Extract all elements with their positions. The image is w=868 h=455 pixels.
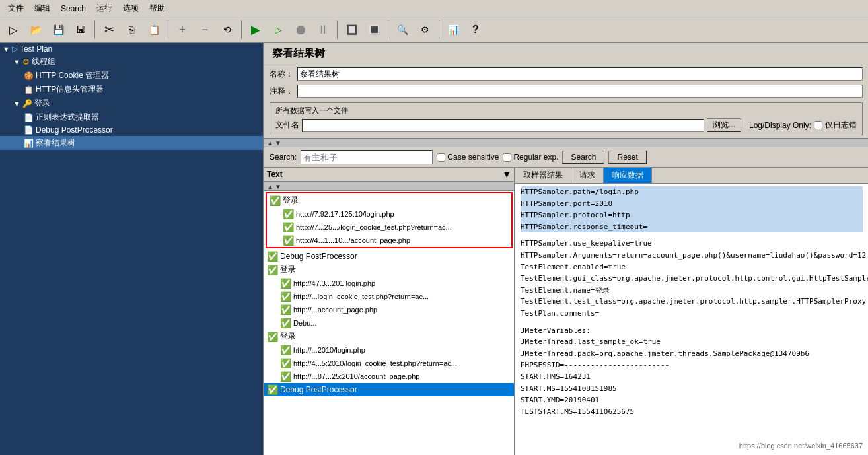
tab-response-data[interactable]: 响应数据 <box>604 168 652 183</box>
result-tree-panel: Text ▼ ▲ ▼ ✅ 登录 ✅ <box>264 168 515 455</box>
open-btn[interactable]: 📂 <box>25 19 46 40</box>
menu-search[interactable]: Search <box>55 3 91 15</box>
stop-btn[interactable]: ⏺ <box>290 19 311 40</box>
paste-btn[interactable]: 📋 <box>143 19 164 40</box>
save-all-btn[interactable]: 🖫 <box>70 19 91 40</box>
login-group-2: ✅ 登录 ✅ http://47.3...201 login.php ✅ htt… <box>264 263 514 330</box>
report-btn[interactable]: 📊 <box>443 19 464 40</box>
tab-request[interactable]: 请求 <box>571 168 604 183</box>
save-btn[interactable]: 💾 <box>48 19 69 40</box>
detail-line-3: HTTPSampler.response_timeout= <box>521 221 863 233</box>
login2-url-2: http://...login_cookie_test.php?return=a… <box>293 293 429 300</box>
search-input[interactable] <box>301 150 433 164</box>
search-label: Search: <box>270 153 297 162</box>
detail-tabs: 取样器结果 请求 响应数据 <box>515 168 868 184</box>
divider-bar-2[interactable]: ▲ ▼ <box>264 182 514 191</box>
tree-item-login[interactable]: ▼ 🔑 登录 <box>0 96 263 110</box>
menu-help[interactable]: 帮助 <box>144 1 170 15</box>
new-btn[interactable]: ▷ <box>3 19 24 40</box>
tree-item-result-tree[interactable]: 📊 察看结果树 <box>0 136 263 150</box>
name-input[interactable] <box>297 67 863 81</box>
tree-item-test-plan[interactable]: ▼ ▷ Test Plan <box>0 43 263 55</box>
detail-line-16: PHPSESSID=------------------------ <box>521 359 863 371</box>
detail-line-12 <box>521 320 863 325</box>
comment-input[interactable] <box>297 85 863 98</box>
left-panel: ▼ ▷ Test Plan ▼ ⚙ 线程组 🍪 HTTP Cookie 管理器 … <box>0 43 264 455</box>
check-icon-login2-1: ✅ <box>280 278 291 289</box>
find-btn[interactable]: 🔍 <box>392 19 413 40</box>
log-only-text: 仅日志错 <box>825 120 857 131</box>
divider-bar-1[interactable]: ▲ ▼ <box>264 138 868 147</box>
case-sensitive-checkbox[interactable] <box>437 153 445 162</box>
help-btn[interactable]: ? <box>465 19 486 40</box>
detail-line-9: TestElement.name=登录 <box>521 285 863 297</box>
detail-content: HTTPSampler.path=/login.php HTTPSampler.… <box>515 184 868 455</box>
login1-child-3[interactable]: ✅ http://4...1...10.../account_page.php <box>280 234 511 247</box>
login-group-3-header[interactable]: ✅ 登录 <box>264 330 514 343</box>
copy-btn[interactable]: ⎘ <box>121 19 142 40</box>
check-icon-login1-2: ✅ <box>283 222 294 232</box>
arrow-down-2-icon: ▼ <box>275 183 281 190</box>
case-sensitive-label: Case sensitive <box>437 153 499 162</box>
search-button[interactable]: Search <box>562 151 604 164</box>
login3-child-3[interactable]: ✅ http://...87...25:2010/account_page.ph… <box>277 370 514 383</box>
login2-child-3[interactable]: ✅ http://...account_page.php <box>277 303 514 316</box>
login3-child-2[interactable]: ✅ http://4...5:2010/login_cookie_test.ph… <box>277 357 514 370</box>
browse-btn[interactable]: 浏览... <box>707 118 741 132</box>
debug-2-item[interactable]: ✅ Debug PostProcessor <box>264 383 514 396</box>
tab-sampler-result[interactable]: 取样器结果 <box>515 168 571 183</box>
tree-label-result-tree: 察看结果树 <box>36 137 75 149</box>
clear-all-btn[interactable]: 🔳 <box>363 19 384 40</box>
file-input[interactable] <box>302 119 704 132</box>
clear-btn[interactable]: 🔲 <box>341 19 362 40</box>
tree-label-http-header: HTTP信息头管理器 <box>36 84 104 95</box>
regular-exp-checkbox[interactable] <box>503 153 511 162</box>
menu-edit[interactable]: 编辑 <box>29 1 55 15</box>
login2-child-4[interactable]: ✅ Debu... <box>277 316 514 330</box>
login1-url-1: http://7.92.17.125:10/login.php <box>296 210 394 218</box>
filter-icon[interactable]: ▼ <box>502 169 511 180</box>
check-icon-login1-3: ✅ <box>283 235 294 246</box>
detail-line-14: JMeterThread.last_sample_ok=true <box>521 336 863 348</box>
watermark: https://blog.csdn.net/weixin_41665637 <box>739 442 863 450</box>
debug-1-item[interactable]: ✅ Debug PostProcessor <box>264 250 514 263</box>
login1-child-2[interactable]: ✅ http://7...25.../login_cookie_test.php… <box>280 221 511 234</box>
login2-url-1: http://47.3...201 login.php <box>293 279 375 287</box>
login1-child-1[interactable]: ✅ http://7.92.17.125:10/login.php <box>280 207 511 221</box>
tree-item-http-cookie[interactable]: 🍪 HTTP Cookie 管理器 <box>0 69 263 83</box>
login3-child-1[interactable]: ✅ http://...2010/login.php <box>277 343 514 357</box>
tree-item-thread-group[interactable]: ▼ ⚙ 线程组 <box>0 55 263 69</box>
main-layout: ▼ ▷ Test Plan ▼ ⚙ 线程组 🍪 HTTP Cookie 管理器 … <box>0 43 868 455</box>
detail-line-15: JMeterThread.pack=org.apache.jmeter.thre… <box>521 348 863 360</box>
login2-url-4: Debu... <box>293 319 316 327</box>
tree-item-http-header[interactable]: 📋 HTTP信息头管理器 <box>0 83 263 96</box>
minus-btn[interactable]: − <box>194 19 215 40</box>
login1-url-3: http://4...1...10.../account_page.php <box>296 236 410 244</box>
reset-button[interactable]: Reset <box>608 151 646 164</box>
login2-child-2[interactable]: ✅ http://...login_cookie_test.php?return… <box>277 290 514 303</box>
run-btn[interactable]: ▶ <box>245 19 266 40</box>
login-group-2-header[interactable]: ✅ 登录 <box>264 263 514 277</box>
login-group-2-children: ✅ http://47.3...201 login.php ✅ http://.… <box>264 277 514 330</box>
cut-btn[interactable]: ✂ <box>98 19 120 40</box>
detail-line-5: HTTPSampler.use_keepalive=true <box>521 238 863 250</box>
arrow-down-icon: ▼ <box>275 139 281 147</box>
tree-label-login: 登录 <box>34 98 50 109</box>
tree-item-regex[interactable]: 📄 正则表达式提取器 <box>0 110 263 124</box>
sep2 <box>168 20 168 39</box>
menu-run[interactable]: 运行 <box>91 1 118 15</box>
menu-file[interactable]: 文件 <box>3 1 29 15</box>
menu-options[interactable]: 选项 <box>118 1 144 15</box>
func-btn[interactable]: ⚙ <box>414 19 435 40</box>
add-btn[interactable]: + <box>172 19 193 40</box>
menubar: 文件 编辑 Search 运行 选项 帮助 <box>0 0 868 17</box>
login2-child-1[interactable]: ✅ http://47.3...201 login.php <box>277 277 514 290</box>
toggle-btn[interactable]: ⟲ <box>217 19 238 40</box>
shutdown-btn[interactable]: ⏸ <box>312 19 334 40</box>
detail-line-10: TestElement.test_class=org.apache.jmeter… <box>521 296 863 308</box>
run-no-pause-btn[interactable]: ▷ <box>268 19 289 40</box>
login-group-3-children: ✅ http://...2010/login.php ✅ http://4...… <box>264 343 514 383</box>
login-group-1-header[interactable]: ✅ 登录 <box>267 193 511 207</box>
log-only-checkbox[interactable] <box>814 121 822 129</box>
tree-item-debug[interactable]: 📄 Debug PostProcessor <box>0 124 263 136</box>
